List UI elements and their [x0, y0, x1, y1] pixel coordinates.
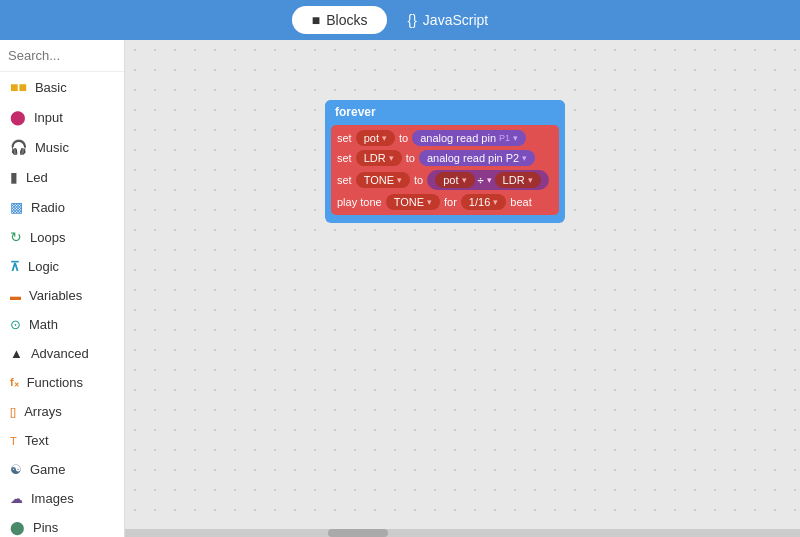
tone-pill-set[interactable]: TONE ▾: [356, 172, 410, 188]
math-icon: ⊙: [10, 317, 21, 332]
sidebar-label-loops: Loops: [30, 230, 65, 245]
loops-icon: ↻: [10, 229, 22, 245]
set-label-2: set: [337, 152, 352, 164]
sidebar-label-advanced: Advanced: [31, 346, 89, 361]
block-row-4: play tone TONE ▾ for 1/16 ▾ beat: [337, 194, 553, 210]
ldr-arrow: ▾: [389, 153, 394, 163]
sidebar-label-input: Input: [34, 110, 63, 125]
beat-fraction-text: 1/16: [469, 196, 490, 208]
sidebar-item-music[interactable]: 🎧 Music: [0, 132, 124, 162]
logic-icon: ⊼: [10, 259, 20, 274]
sidebar-item-loops[interactable]: ↻ Loops: [0, 222, 124, 252]
beat-fraction-arrow: ▾: [493, 197, 498, 207]
sidebar-item-input[interactable]: ⬤ Input: [0, 102, 124, 132]
sidebar-label-text: Text: [25, 433, 49, 448]
sidebar-label-radio: Radio: [31, 200, 65, 215]
sidebar: 🔍 ■■ Basic ⬤ Input 🎧 Music ▮ Led ▩ Radio…: [0, 40, 125, 537]
javascript-tab[interactable]: {} JavaScript: [387, 6, 508, 34]
sidebar-label-math: Math: [29, 317, 58, 332]
js-icon: {}: [407, 12, 416, 28]
pot-arrow-1: ▾: [382, 133, 387, 143]
workspace[interactable]: forever set pot ▾ to analog read pin: [125, 40, 800, 537]
functions-icon: fₓ: [10, 376, 19, 389]
blocks-tab[interactable]: ■ Blocks: [292, 6, 388, 34]
to-label-3: to: [414, 174, 423, 186]
divide-symbol: ÷: [478, 174, 484, 186]
music-icon: 🎧: [10, 139, 27, 155]
beat-fraction-pill[interactable]: 1/16 ▾: [461, 194, 506, 210]
analog-arrow-1b: ▾: [513, 133, 518, 143]
forever-block[interactable]: forever set pot ▾ to analog read pin: [325, 100, 565, 223]
sidebar-item-variables[interactable]: ▬ Variables: [0, 281, 124, 310]
js-tab-label: JavaScript: [423, 12, 488, 28]
sidebar-label-functions: Functions: [27, 375, 83, 390]
tone-pill-play[interactable]: TONE ▾: [386, 194, 440, 210]
sidebar-label-logic: Logic: [28, 259, 59, 274]
sidebar-item-pins[interactable]: ⬤ Pins: [0, 513, 124, 537]
game-icon: ☯: [10, 462, 22, 477]
pins-icon: ⬤: [10, 520, 25, 535]
sidebar-item-arrays[interactable]: [] Arrays: [0, 397, 124, 426]
pot-text-1: pot: [364, 132, 379, 144]
ldr-pill-2[interactable]: LDR ▾: [495, 172, 541, 188]
sidebar-item-radio[interactable]: ▩ Radio: [0, 192, 124, 222]
pot-pill-1[interactable]: pot ▾: [356, 130, 395, 146]
block-row-1: set pot ▾ to analog read pin P1 ▾: [337, 130, 553, 146]
to-label-1: to: [399, 132, 408, 144]
play-label: play tone: [337, 196, 382, 208]
for-label: for: [444, 196, 457, 208]
basic-icon: ■■: [10, 79, 27, 95]
sidebar-item-images[interactable]: ☁ Images: [0, 484, 124, 513]
header: ■ Blocks {} JavaScript: [0, 0, 800, 40]
sidebar-item-advanced[interactable]: ▲ Advanced: [0, 339, 124, 368]
arrays-icon: []: [10, 406, 16, 418]
main-layout: 🔍 ■■ Basic ⬤ Input 🎧 Music ▮ Led ▩ Radio…: [0, 40, 800, 537]
search-bar: 🔍: [0, 40, 124, 72]
images-icon: ☁: [10, 491, 23, 506]
set-label-3: set: [337, 174, 352, 186]
analog-pin-pill-2[interactable]: analog read pin P2 ▾: [419, 150, 535, 166]
sidebar-label-variables: Variables: [29, 288, 82, 303]
p2-text: P2: [506, 152, 519, 164]
pot-arrow-2: ▾: [462, 175, 467, 185]
blocks-container: forever set pot ▾ to analog read pin: [325, 100, 565, 223]
forever-label: forever: [335, 105, 376, 119]
blocks-tab-label: Blocks: [326, 12, 367, 28]
sidebar-label-led: Led: [26, 170, 48, 185]
led-icon: ▮: [10, 169, 18, 185]
analog-pin-pill-1[interactable]: analog read pin P1 ▾: [412, 130, 526, 146]
p2-arrow: ▾: [522, 153, 527, 163]
sidebar-label-game: Game: [30, 462, 65, 477]
sidebar-item-functions[interactable]: fₓ Functions: [0, 368, 124, 397]
ldr-pill[interactable]: LDR ▾: [356, 150, 402, 166]
tone-set-text: TONE: [364, 174, 394, 186]
math-expr-pill[interactable]: pot ▾ ÷ ▾ LDR ▾: [427, 170, 548, 190]
sidebar-item-game[interactable]: ☯ Game: [0, 455, 124, 484]
sidebar-label-arrays: Arrays: [24, 404, 62, 419]
sidebar-label-music: Music: [35, 140, 69, 155]
tone-play-text: TONE: [394, 196, 424, 208]
advanced-icon: ▲: [10, 346, 23, 361]
variables-icon: ▬: [10, 290, 21, 302]
ldr-text-2: LDR: [503, 174, 525, 186]
search-input[interactable]: [8, 48, 125, 63]
beat-label: beat: [510, 196, 531, 208]
workspace-scrollbar[interactable]: [125, 529, 800, 537]
forever-header: forever: [325, 100, 565, 123]
pot-pill-2[interactable]: pot ▾: [435, 172, 474, 188]
sidebar-item-led[interactable]: ▮ Led: [0, 162, 124, 192]
block-inner-container: set pot ▾ to analog read pin P1 ▾: [331, 125, 559, 215]
scrollbar-thumb[interactable]: [328, 529, 388, 537]
sidebar-item-text[interactable]: T Text: [0, 426, 124, 455]
analog-text-2: analog read pin: [427, 152, 503, 164]
pot-text-2: pot: [443, 174, 458, 186]
set-label-1: set: [337, 132, 352, 144]
sidebar-item-logic[interactable]: ⊼ Logic: [0, 252, 124, 281]
blocks-icon: ■: [312, 12, 320, 28]
sidebar-item-basic[interactable]: ■■ Basic: [0, 72, 124, 102]
ldr-arrow-2: ▾: [528, 175, 533, 185]
sidebar-label-basic: Basic: [35, 80, 67, 95]
to-label-2: to: [406, 152, 415, 164]
sidebar-item-math[interactable]: ⊙ Math: [0, 310, 124, 339]
tone-play-arrow: ▾: [427, 197, 432, 207]
